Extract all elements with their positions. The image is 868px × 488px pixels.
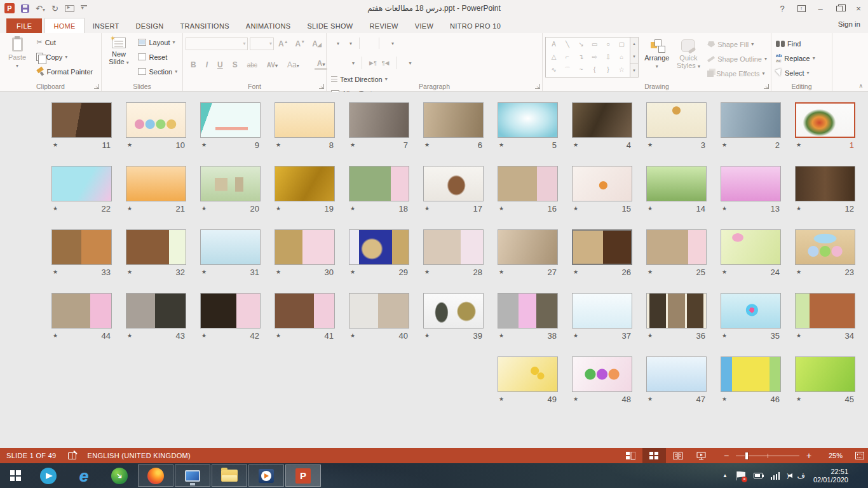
animation-star-icon[interactable]: ★ xyxy=(499,269,504,275)
slide-thumbnail-11[interactable]: ★11 xyxy=(51,102,112,152)
ltr-direction-button[interactable]: ▶¶ xyxy=(369,60,377,66)
animation-star-icon[interactable]: ★ xyxy=(573,142,578,148)
slide-thumbnail-13[interactable]: ★13 xyxy=(721,166,781,215)
animation-star-icon[interactable]: ★ xyxy=(499,396,504,402)
animation-star-icon[interactable]: ★ xyxy=(499,205,504,212)
slide-thumbnail-37[interactable]: ★37 xyxy=(572,293,632,342)
slide-thumbnail-4[interactable]: ★4 xyxy=(572,102,632,152)
font-color-button[interactable]: A▾ xyxy=(315,60,328,70)
slide-thumbnail-48[interactable]: ★48 xyxy=(572,356,632,406)
select-button[interactable]: Select▾ xyxy=(774,65,817,80)
slide-image[interactable] xyxy=(498,166,558,201)
shapes-gallery-scrollbar[interactable]: ▲ ▼ ▼ xyxy=(630,37,639,78)
scroll-down-icon[interactable]: ▼ xyxy=(630,50,638,63)
language-indicator[interactable]: ENGLISH (UNITED KINGDOM) xyxy=(88,452,191,459)
animation-star-icon[interactable]: ★ xyxy=(127,142,132,148)
animation-star-icon[interactable]: ★ xyxy=(573,396,578,402)
slide-image[interactable] xyxy=(126,293,186,329)
font-size-combo[interactable] xyxy=(250,37,274,50)
slide-image[interactable] xyxy=(349,293,409,329)
slide-thumbnail-28[interactable]: ★28 xyxy=(423,229,484,279)
slide-image[interactable] xyxy=(349,102,409,138)
slide-thumbnail-3[interactable]: ★3 xyxy=(646,102,707,152)
slide-image[interactable] xyxy=(51,166,112,201)
animation-star-icon[interactable]: ★ xyxy=(201,205,207,212)
reset-button[interactable]: Reset xyxy=(136,50,179,64)
animation-star-icon[interactable]: ★ xyxy=(201,332,207,339)
slide-thumbnail-45[interactable]: ★45 xyxy=(795,356,855,406)
animation-star-icon[interactable]: ★ xyxy=(648,332,653,339)
animation-star-icon[interactable]: ★ xyxy=(201,142,207,148)
tab-insert[interactable]: INSERT xyxy=(85,18,128,33)
slide-image[interactable] xyxy=(498,102,558,138)
slide-thumbnail-5[interactable]: ★5 xyxy=(498,102,558,152)
slide-image[interactable] xyxy=(646,293,707,329)
animation-star-icon[interactable]: ★ xyxy=(127,205,132,212)
slide-image[interactable] xyxy=(572,102,632,138)
layout-button[interactable]: Layout▾ xyxy=(136,35,179,50)
taskbar-powerpoint[interactable]: P xyxy=(285,464,321,487)
drawing-dialog-launcher[interactable] xyxy=(764,84,769,89)
animation-star-icon[interactable]: ★ xyxy=(127,269,132,275)
slide-thumbnail-39[interactable]: ★39 xyxy=(423,293,484,342)
reading-view-button[interactable] xyxy=(666,448,689,463)
shape-gallery-item[interactable]: ⌒ xyxy=(560,64,574,76)
shape-gallery-item[interactable]: ⌂ xyxy=(615,51,628,64)
animation-star-icon[interactable]: ★ xyxy=(350,269,355,275)
shrink-font-button[interactable]: A▼ xyxy=(293,39,308,48)
slide-image[interactable] xyxy=(275,293,335,329)
zoom-percentage[interactable]: 25% xyxy=(821,452,843,459)
animation-star-icon[interactable]: ★ xyxy=(573,332,578,339)
slide-thumbnail-6[interactable]: ★6 xyxy=(423,102,484,152)
slide-image[interactable] xyxy=(795,166,855,201)
bold-button[interactable]: B xyxy=(188,60,199,69)
slide-image[interactable] xyxy=(795,293,855,329)
slide-thumbnail-14[interactable]: ★14 xyxy=(646,166,707,215)
zoom-in-button[interactable]: + xyxy=(804,451,813,461)
slide-thumbnail-10[interactable]: ★10 xyxy=(126,102,186,152)
help-button[interactable]: ? xyxy=(773,0,792,17)
slide-thumbnail-44[interactable]: ★44 xyxy=(51,293,112,342)
animation-star-icon[interactable]: ★ xyxy=(648,205,653,212)
taskbar-telegram[interactable] xyxy=(31,463,66,488)
slide-thumbnail-40[interactable]: ★40 xyxy=(349,293,409,342)
slide-image[interactable] xyxy=(721,293,781,329)
slide-image[interactable] xyxy=(572,293,632,329)
slide-sorter-view-button[interactable] xyxy=(642,448,666,463)
shape-gallery-item[interactable]: ▢ xyxy=(615,38,628,51)
slide-image[interactable] xyxy=(498,356,558,392)
taskbar-computer[interactable] xyxy=(175,464,210,487)
shape-gallery-item[interactable]: ╲ xyxy=(560,38,574,51)
fit-slide-to-window-icon[interactable] xyxy=(855,452,864,459)
slide-thumbnail-25[interactable]: ★25 xyxy=(646,229,707,279)
keyboard-language-indicator[interactable]: ف xyxy=(797,471,804,480)
format-painter-button[interactable]: Format Painter xyxy=(34,64,95,79)
slide-image[interactable] xyxy=(200,229,261,265)
animation-star-icon[interactable]: ★ xyxy=(424,205,430,212)
animation-star-icon[interactable]: ★ xyxy=(276,332,281,339)
slide-image[interactable] xyxy=(126,166,186,201)
quick-styles-button[interactable]: QuickStyles ▾ xyxy=(675,37,702,79)
zoom-slider[interactable] xyxy=(736,456,799,456)
slide-thumbnail-15[interactable]: ★15 xyxy=(572,166,632,215)
copy-button[interactable]: Copy▾ xyxy=(34,50,95,64)
shape-gallery-item[interactable]: } xyxy=(601,64,614,76)
slide-thumbnail-20[interactable]: ★20 xyxy=(200,166,261,215)
tab-animations[interactable]: ANIMATIONS xyxy=(238,18,299,33)
slide-image[interactable] xyxy=(646,166,707,201)
underline-button[interactable]: U xyxy=(215,60,226,69)
shape-gallery-item[interactable]: ↘ xyxy=(574,38,588,51)
slide-thumbnail-49[interactable]: ★49 xyxy=(498,356,558,406)
animation-star-icon[interactable]: ★ xyxy=(648,269,653,275)
slide-image[interactable] xyxy=(200,293,261,329)
undo-icon[interactable]: ↶▾ xyxy=(36,4,45,13)
text-shadow-button[interactable]: S xyxy=(230,60,240,69)
slide-thumbnail-26[interactable]: ★26 xyxy=(572,229,632,279)
ribbon-display-options-button[interactable]: ↑ xyxy=(792,0,811,17)
taskbar-file-explorer[interactable] xyxy=(212,464,247,487)
slide-image[interactable] xyxy=(572,356,632,392)
shape-gallery-item[interactable]: ⇩ xyxy=(601,51,614,64)
animation-star-icon[interactable]: ★ xyxy=(796,142,801,148)
slide-thumbnail-43[interactable]: ★43 xyxy=(126,293,186,342)
tab-view[interactable]: VIEW xyxy=(407,18,442,33)
